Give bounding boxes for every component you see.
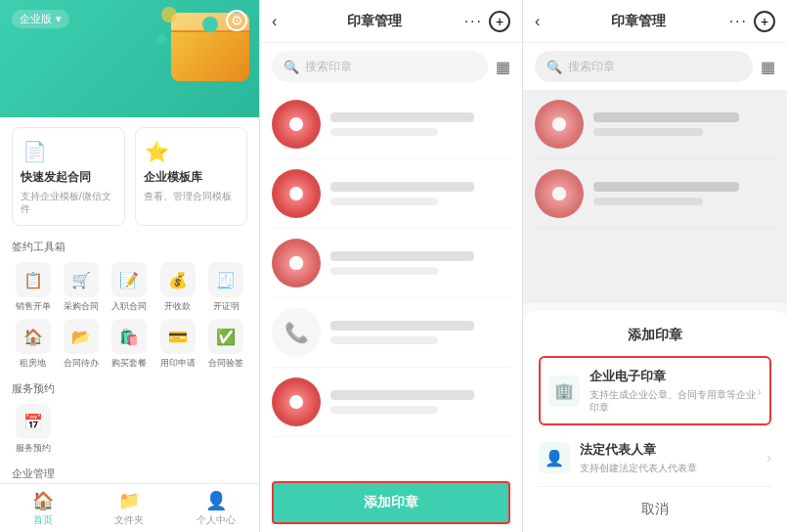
tool-service[interactable]: 📅 服务预约 xyxy=(12,404,54,455)
enterprise-seal-sub: 支持生成企业公章、合同专用章等企业印章 xyxy=(590,388,757,414)
list-item[interactable] xyxy=(272,90,510,159)
mid-search-bar: 🔍 搜索印章 ▦ xyxy=(260,43,522,90)
seal-info xyxy=(330,112,510,136)
service-icon: 📅 xyxy=(16,404,51,439)
quick-template-title: 企业模板库 xyxy=(144,169,202,186)
back-button[interactable]: ‹ xyxy=(272,13,277,30)
onboard-icon: 📝 xyxy=(111,262,147,297)
chevron-down-icon: ▾ xyxy=(56,13,62,25)
seal-name xyxy=(330,390,474,400)
list-item[interactable] xyxy=(272,229,510,298)
right-filter-icon[interactable]: ▦ xyxy=(761,58,775,76)
enterprise-seal-option[interactable]: 🏢 企业电子印章 支持生成企业公章、合同专用章等企业印章 › xyxy=(539,356,771,425)
expense-icon: 💳 xyxy=(160,319,196,354)
quick-template-card[interactable]: ⭐ 企业模板库 查看、管理合同模板 xyxy=(135,127,248,226)
tool-sales-label: 销售开单 xyxy=(16,300,51,313)
right-seal-info xyxy=(593,182,775,205)
cancel-button[interactable]: 取消 xyxy=(539,487,771,532)
tool-contract-manage[interactable]: 📂 合同待办 xyxy=(60,319,102,370)
enterprise-seal-content: 企业电子印章 支持生成企业公章、合同专用章等企业印章 xyxy=(590,368,757,414)
right-seal-thumbnail xyxy=(535,169,584,218)
quick-contract-sub: 支持企业模板/微信文件 xyxy=(21,190,116,215)
tool-purchase-set[interactable]: 🛍️ 购买套餐 xyxy=(109,319,151,370)
invoice-icon: 🧾 xyxy=(208,262,243,297)
quick-contract-title: 快速发起合同 xyxy=(21,169,91,186)
right-back-button[interactable]: ‹ xyxy=(535,13,540,30)
tool-purchase[interactable]: 🛒 采购合同 xyxy=(60,262,102,313)
add-circle-button[interactable]: + xyxy=(489,11,510,32)
left-header: 企业版 ▾ ⚙ xyxy=(0,0,259,117)
enterprise-section-title: 企业管理 xyxy=(12,466,247,481)
right-add-button[interactable]: + xyxy=(754,11,775,32)
right-panel-title: 印章管理 xyxy=(547,13,728,30)
tool-collection[interactable]: 💰 开收款 xyxy=(156,262,198,313)
nav-home[interactable]: 🏠 首页 xyxy=(0,490,86,527)
list-item[interactable] xyxy=(535,159,775,229)
right-seal-desc xyxy=(593,128,703,136)
left-panel: 企业版 ▾ ⚙ 📄 快速发起合同 xyxy=(0,0,259,532)
collection-icon: 💰 xyxy=(160,262,196,297)
add-seal-button[interactable]: 添加印章 xyxy=(272,481,510,524)
add-seal-label: 添加印章 xyxy=(364,494,418,511)
tool-purchase-label: 采购合同 xyxy=(64,300,99,313)
list-item[interactable] xyxy=(272,368,510,437)
seal-name xyxy=(330,182,474,192)
tool-invoice[interactable]: 🧾 开证明 xyxy=(205,262,247,313)
nav-files-label: 文件夹 xyxy=(114,513,144,527)
profile-icon: 👤 xyxy=(205,490,227,511)
right-seal-thumbnail xyxy=(535,100,584,149)
right-panel-header: ‹ 印章管理 ··· + xyxy=(523,0,787,43)
search-icon: 🔍 xyxy=(284,60,299,74)
seal-info xyxy=(330,321,510,344)
tool-purchase-set-label: 购买套餐 xyxy=(111,357,147,370)
mid-search-input-wrap[interactable]: 🔍 搜索印章 xyxy=(272,51,488,82)
right-search-icon: 🔍 xyxy=(547,60,562,74)
tool-expense[interactable]: 💳 用印申请 xyxy=(156,319,198,370)
seal-thumbnail xyxy=(272,239,321,288)
tool-service-label: 服务预约 xyxy=(16,442,51,455)
more-options-button[interactable]: ··· xyxy=(464,13,483,30)
tool-onboard[interactable]: 📝 入职合同 xyxy=(109,262,151,313)
right-seal-desc xyxy=(593,198,703,205)
files-icon: 📁 xyxy=(118,490,140,511)
nav-profile-label: 个人中心 xyxy=(197,513,236,527)
seal-desc xyxy=(330,267,438,275)
seal-thumbnail xyxy=(272,169,321,218)
tool-grid: 📋 销售开单 🛒 采购合同 📝 入职合同 💰 开收款 🧾 开证明 🏠 租 xyxy=(12,262,247,370)
seal-name xyxy=(330,321,474,331)
seal-desc xyxy=(330,336,438,344)
mid-search-placeholder: 搜索印章 xyxy=(305,59,352,75)
chevron-right-icon: › xyxy=(757,383,762,399)
legal-seal-sub: 支持创建法定代表人代表章 xyxy=(580,462,766,474)
right-search-bar: 🔍 搜索印章 ▦ xyxy=(523,43,787,90)
seal-desc xyxy=(330,128,438,136)
right-more-options[interactable]: ··· xyxy=(729,13,748,30)
tool-sales-open[interactable]: 📋 销售开单 xyxy=(12,262,54,313)
seal-info xyxy=(330,251,510,275)
tool-collection-label: 开收款 xyxy=(164,300,191,313)
mid-seal-list: 📞 xyxy=(260,90,522,473)
tool-expense-label: 用印申请 xyxy=(160,357,196,370)
enterprise-badge[interactable]: 企业版 ▾ xyxy=(12,10,69,28)
legal-seal-option[interactable]: 👤 法定代表人章 支持创建法定代表人代表章 › xyxy=(539,429,771,487)
list-item[interactable] xyxy=(272,159,510,229)
nav-files[interactable]: 📁 文件夹 xyxy=(86,490,172,527)
service-section-title: 服务预约 xyxy=(12,381,247,396)
tool-invoice-label: 开证明 xyxy=(213,300,240,313)
bottom-nav: 🏠 首页 📁 文件夹 👤 个人中心 xyxy=(0,483,259,532)
quick-actions: 📄 快速发起合同 支持企业模板/微信文件 ⭐ 企业模板库 查看、管理合同模板 xyxy=(12,127,247,226)
quick-contract-card[interactable]: 📄 快速发起合同 支持企业模板/微信文件 xyxy=(12,127,125,226)
legal-seal-content: 法定代表人章 支持创建法定代表人代表章 xyxy=(580,441,766,474)
list-item[interactable] xyxy=(535,90,775,159)
settings-btn[interactable]: ⚙ xyxy=(220,10,247,31)
enterprise-badge-label: 企业版 xyxy=(20,12,52,26)
right-search-input-wrap[interactable]: 🔍 搜索印章 xyxy=(535,51,753,82)
nav-profile[interactable]: 👤 个人中心 xyxy=(173,490,259,527)
right-seal-info xyxy=(593,112,775,136)
tool-rental[interactable]: 🏠 租房地 xyxy=(12,319,54,370)
seal-name xyxy=(330,251,474,261)
filter-icon[interactable]: ▦ xyxy=(496,58,510,76)
quick-template-sub: 查看、管理合同模板 xyxy=(144,190,232,202)
list-item[interactable]: 📞 xyxy=(272,298,510,368)
tool-contract-check[interactable]: ✅ 合同验签 xyxy=(205,319,247,370)
